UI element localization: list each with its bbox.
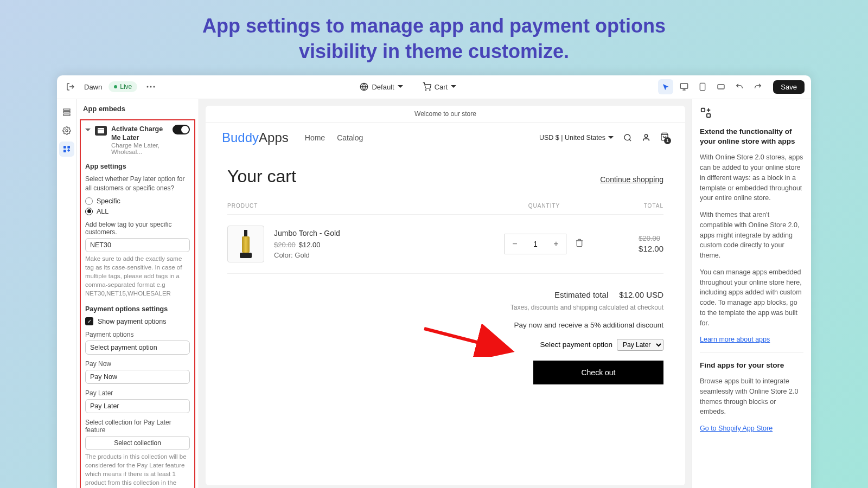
embed-subtitle: Charge Me Later, Wholesal... <box>111 142 168 155</box>
desktop-icon[interactable] <box>676 79 692 94</box>
discount-note: Pay now and receive a 5% additional disc… <box>227 321 663 329</box>
svg-rect-15 <box>63 150 66 152</box>
svg-rect-17 <box>98 130 104 130</box>
svg-point-0 <box>147 86 149 88</box>
paylater-label: Pay Later <box>85 389 190 397</box>
qty-decrease[interactable]: − <box>505 234 525 254</box>
embed-title: Activate Charge Me Later <box>111 125 168 143</box>
svg-rect-10 <box>63 111 70 113</box>
continue-shopping-link[interactable]: Continue shopping <box>600 175 663 184</box>
radio-specific[interactable]: Specific <box>85 197 190 205</box>
svg-point-18 <box>624 134 630 140</box>
learn-more-link[interactable]: Learn more about apps <box>700 336 770 343</box>
svg-rect-11 <box>63 114 70 115</box>
banner-title: App settings to manage app and payment o… <box>0 14 868 65</box>
marketing-banner: App settings to manage app and payment o… <box>0 0 868 75</box>
app-settings-header: App settings <box>85 163 190 170</box>
estimated-total-label: Estimated total <box>554 290 608 299</box>
remove-item-icon[interactable] <box>575 239 584 249</box>
search-icon[interactable] <box>623 133 632 142</box>
right-panel: Extend the functionality of your online … <box>692 99 811 488</box>
radio-all[interactable]: ALL <box>85 208 190 215</box>
qty-value: 1 <box>525 234 546 254</box>
cart-icon[interactable]: 1 <box>660 132 669 143</box>
tax-note: Taxes, discounts and shipping calculated… <box>227 304 663 311</box>
redo-icon[interactable] <box>750 79 765 94</box>
select-collection-button[interactable]: Select collection <box>85 436 190 450</box>
rail-settings-icon[interactable] <box>59 123 74 138</box>
paylater-input[interactable] <box>85 399 190 413</box>
app-store-link[interactable]: Go to Shopify App Store <box>700 425 773 432</box>
svg-rect-19 <box>701 108 705 111</box>
payment-options-input[interactable] <box>85 341 190 355</box>
paynow-input[interactable] <box>85 370 190 384</box>
checkout-button[interactable]: Check out <box>533 361 663 384</box>
settings-sidebar: App embeds Activate Charge Me Later Char… <box>76 99 199 488</box>
tag-input[interactable] <box>85 238 190 252</box>
more-icon[interactable] <box>144 80 158 94</box>
svg-rect-14 <box>67 146 70 149</box>
embed-toggle[interactable] <box>173 125 190 134</box>
nav-home[interactable]: Home <box>305 133 325 142</box>
audience-question: Select whether Pay later option for all … <box>85 175 190 193</box>
select-payment-dropdown[interactable]: Pay Later <box>617 339 663 351</box>
svg-rect-16 <box>98 128 104 133</box>
payment-settings-header: Payment options settings <box>85 305 190 313</box>
estimated-total-value: $12.00 USD <box>619 290 663 299</box>
app-icon <box>95 126 107 136</box>
store-logo: BuddyApps <box>222 130 289 145</box>
app-embed-highlight: Activate Charge Me Later Charge Me Later… <box>80 119 195 488</box>
exit-icon[interactable] <box>63 80 78 94</box>
rpanel-heading-2: Find apps for your store <box>700 361 803 371</box>
cart-heading: Your cart <box>227 166 296 187</box>
fullwidth-icon[interactable] <box>713 79 729 94</box>
rail-sections-icon[interactable] <box>59 105 74 120</box>
theme-name: Dawn <box>84 83 102 91</box>
qty-increase[interactable]: + <box>546 234 566 254</box>
theme-editor-window: Dawn Live Default Cart Save App embeds <box>57 75 811 488</box>
svg-rect-7 <box>700 83 705 90</box>
product-name: Jumbo Torch - Gold <box>274 229 484 237</box>
svg-rect-13 <box>63 146 66 149</box>
tag-hint: Make sure to add the exactly same tag as… <box>85 254 190 298</box>
product-variant: Color: Gold <box>274 251 484 259</box>
svg-point-12 <box>66 130 68 132</box>
currency-selector[interactable]: USD $ | United States <box>539 134 614 142</box>
collection-label: Select collection for Pay Later feature <box>85 419 190 434</box>
quantity-stepper: − 1 + <box>505 234 566 254</box>
svg-rect-20 <box>707 113 710 117</box>
svg-point-4 <box>425 89 426 90</box>
svg-point-2 <box>154 86 155 88</box>
cart-item-row: Jumbo Torch - Gold $20.00$12.00 Color: G… <box>227 215 663 274</box>
svg-rect-6 <box>681 84 688 88</box>
select-payment-label: Select payment option <box>540 341 612 349</box>
cart-table-header: PRODUCT QUANTITY TOTAL <box>227 203 663 215</box>
apps-grid-icon <box>700 107 803 120</box>
payment-options-label: Payment options <box>85 331 190 338</box>
template-dropdown[interactable]: Default <box>355 80 407 93</box>
svg-rect-8 <box>718 85 724 89</box>
nav-catalog[interactable]: Catalog <box>337 133 363 142</box>
rail-apps-icon[interactable] <box>59 142 74 157</box>
live-badge: Live <box>108 81 137 92</box>
product-image <box>227 226 264 262</box>
show-payment-checkbox[interactable]: ✓Show payment options <box>85 317 190 325</box>
svg-point-5 <box>429 89 430 90</box>
save-button[interactable]: Save <box>773 80 805 94</box>
chevron-down-icon[interactable] <box>85 127 91 133</box>
left-rail <box>57 99 76 488</box>
svg-point-1 <box>150 86 152 88</box>
inspector-icon[interactable] <box>658 79 673 94</box>
paynow-label: Pay Now <box>85 360 190 368</box>
sidebar-header: App embeds <box>76 99 199 118</box>
mobile-icon[interactable] <box>695 79 710 94</box>
rpanel-heading: Extend the functionality of your online … <box>700 127 803 147</box>
undo-icon[interactable] <box>732 79 747 94</box>
page-dropdown[interactable]: Cart <box>418 80 461 93</box>
collection-hint: The products in this collection will be … <box>85 452 190 488</box>
account-icon[interactable] <box>642 133 650 142</box>
store-header: BuddyApps Home Catalog USD $ | United St… <box>206 123 685 153</box>
announcement-bar: Welcome to our store <box>206 106 685 123</box>
topbar: Dawn Live Default Cart Save <box>57 75 811 99</box>
svg-rect-9 <box>63 109 70 111</box>
